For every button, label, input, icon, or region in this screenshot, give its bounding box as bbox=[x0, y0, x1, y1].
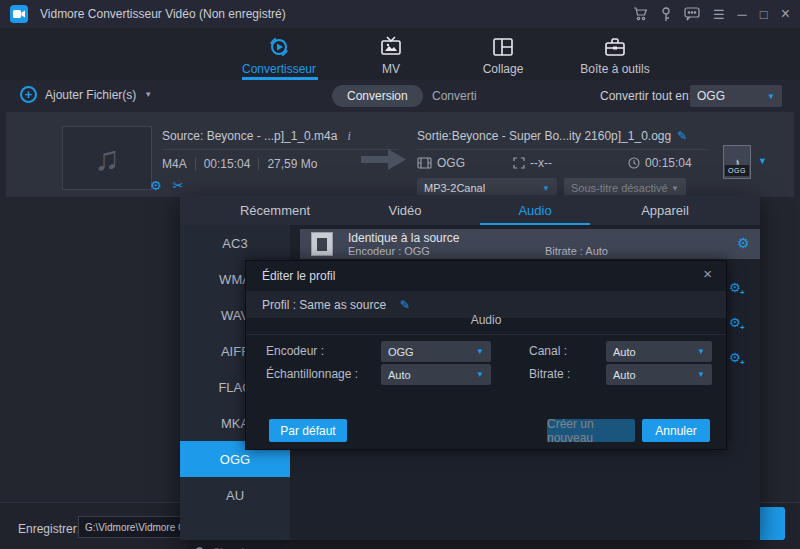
encoder-select[interactable]: OGG ▼ bbox=[381, 341, 491, 362]
tab-label: MV bbox=[382, 62, 400, 76]
profile-gear-plus-icon[interactable]: ⚙+ bbox=[729, 280, 741, 295]
feedback-icon[interactable] bbox=[684, 7, 700, 21]
format-search[interactable] bbox=[187, 541, 283, 549]
menu-icon[interactable]: ☰ bbox=[713, 8, 725, 21]
profile-name-label: Profil : Same as source bbox=[262, 298, 386, 312]
channel-label: Canal : bbox=[529, 344, 567, 358]
tab-conversion[interactable]: Conversion bbox=[332, 85, 423, 107]
app-logo-icon bbox=[10, 5, 28, 23]
output-format-badge-label: OGG bbox=[725, 165, 749, 176]
resolution-icon bbox=[513, 157, 525, 169]
mv-icon bbox=[379, 34, 403, 60]
format-item-ac3[interactable]: AC3 bbox=[180, 225, 290, 261]
profile-settings-gear-icon[interactable]: ⚙ bbox=[737, 235, 750, 251]
cart-icon[interactable] bbox=[633, 7, 648, 21]
pencil-icon[interactable]: ✎ bbox=[400, 298, 410, 312]
source-size: 27,59 Mo bbox=[267, 157, 317, 171]
output-format: OGG bbox=[437, 156, 465, 170]
profile-gear-plus-icon[interactable]: ⚙+ bbox=[729, 315, 741, 330]
channel-select[interactable]: Auto ▼ bbox=[606, 341, 712, 362]
titlebar: Vidmore Convertisseur Vidéo (Non enregis… bbox=[0, 0, 800, 28]
chevron-down-icon: ▼ bbox=[697, 347, 705, 356]
collage-icon bbox=[491, 34, 515, 60]
tab-convertisseur[interactable]: Convertisseur bbox=[240, 28, 318, 80]
toolbar: + Ajouter Fichier(s) ▼ Conversion Conver… bbox=[0, 80, 800, 112]
register-key-icon[interactable] bbox=[661, 7, 671, 22]
convert-all-label: Convertir tout en: bbox=[600, 89, 692, 103]
source-meta: M4A 00:15:04 27,59 Mo bbox=[162, 157, 317, 171]
audio-section-label: Audio bbox=[246, 313, 726, 327]
profile-row-same-as-source[interactable]: Identique à la source Encodeur : OGG Bit… bbox=[300, 229, 760, 259]
tab-label: Convertisseur bbox=[242, 62, 316, 76]
file-row-actions: ⚙ ✂ bbox=[150, 178, 184, 193]
arrow-right-icon bbox=[361, 148, 407, 174]
add-files-label: Ajouter Fichier(s) bbox=[45, 88, 136, 102]
profile-gear-plus-icon[interactable]: ⚙+ bbox=[729, 350, 741, 365]
active-tab-underline bbox=[480, 223, 590, 225]
bitrate-select[interactable]: Auto ▼ bbox=[606, 364, 712, 385]
profile-thumbnail bbox=[311, 232, 333, 256]
audio-thumbnail: ♫ bbox=[62, 126, 152, 190]
chevron-down-icon: ▼ bbox=[697, 370, 705, 379]
converter-icon bbox=[267, 34, 291, 60]
cancel-button[interactable]: Annuler bbox=[642, 419, 710, 442]
close-button[interactable]: × bbox=[781, 6, 790, 22]
tab-mv[interactable]: MV bbox=[352, 28, 430, 80]
convert-all-select[interactable]: OGG ▼ bbox=[690, 85, 782, 107]
tab-recemment[interactable]: Récemment bbox=[210, 195, 340, 225]
divider bbox=[246, 334, 726, 335]
default-button[interactable]: Par défaut bbox=[269, 419, 347, 442]
chevron-down-icon: ▼ bbox=[476, 370, 484, 379]
sample-rate-label: Échantillonnage : bbox=[266, 367, 358, 381]
main-nav: Convertisseur MV Collage Boîte à outil bbox=[0, 28, 800, 80]
chevron-down-icon: ▼ bbox=[144, 90, 152, 99]
maximize-button[interactable]: □ bbox=[760, 8, 768, 21]
edit-profile-dialog: Éditer le profil × Profil : Same as sour… bbox=[245, 260, 727, 450]
clock-icon bbox=[628, 157, 640, 169]
save-to-label: Enregistrer: bbox=[18, 522, 80, 536]
bitrate-label: Bitrate : bbox=[529, 367, 570, 381]
file-row: ♫ Source: Beyonce - ...p]_1_0.m4ai M4A 0… bbox=[6, 112, 794, 197]
profile-bitrate: Bitrate : Auto bbox=[545, 245, 608, 257]
source-filename: Source: Beyonce - ...p]_1_0.m4ai bbox=[162, 129, 351, 144]
sample-rate-select[interactable]: Auto ▼ bbox=[381, 364, 491, 385]
chevron-down-icon: ▼ bbox=[671, 184, 679, 193]
profile-title: Identique à la source bbox=[348, 231, 459, 245]
titlebar-controls: ☰ ─ □ × bbox=[633, 6, 790, 22]
add-files-button[interactable]: + Ajouter Fichier(s) ▼ bbox=[20, 86, 152, 103]
info-icon[interactable]: i bbox=[347, 129, 350, 143]
output-filename: Sortie:Beyonce - Super Bo...ity 2160p]_1… bbox=[417, 129, 687, 143]
convert-all-value: OGG bbox=[697, 89, 725, 103]
edit-gear-icon[interactable]: ⚙ bbox=[150, 178, 162, 193]
profile-encoder: Encodeur : OGG bbox=[348, 245, 430, 257]
plus-icon: + bbox=[20, 86, 37, 103]
tab-appareil[interactable]: Appareil bbox=[600, 195, 730, 225]
create-new-button[interactable]: Créer un nouveau bbox=[547, 419, 635, 442]
toolbox-icon bbox=[603, 34, 627, 60]
source-duration: 00:15:04 bbox=[204, 157, 251, 171]
cut-icon[interactable]: ✂ bbox=[173, 178, 184, 193]
minimize-button[interactable]: ─ bbox=[738, 8, 747, 21]
pencil-icon[interactable]: ✎ bbox=[677, 129, 687, 143]
encoder-label: Encodeur : bbox=[266, 344, 324, 358]
format-item-au[interactable]: AU bbox=[180, 477, 290, 513]
format-panel-tabs: Récemment Vidéo Audio Appareil bbox=[180, 195, 760, 225]
source-format: M4A bbox=[162, 157, 187, 171]
dialog-close-icon[interactable]: × bbox=[703, 265, 712, 282]
tab-label: Collage bbox=[483, 62, 524, 76]
tab-audio[interactable]: Audio bbox=[470, 195, 600, 225]
tab-video[interactable]: Vidéo bbox=[340, 195, 470, 225]
tab-collage[interactable]: Collage bbox=[464, 28, 542, 80]
output-meta: OGG --x-- 00:15:04 bbox=[417, 156, 692, 170]
film-icon bbox=[417, 157, 432, 169]
output-duration: 00:15:04 bbox=[645, 156, 692, 170]
tab-label: Boîte à outils bbox=[580, 62, 649, 76]
window-title: Vidmore Convertisseur Vidéo (Non enregis… bbox=[40, 7, 286, 21]
dialog-title: Éditer le profil bbox=[262, 269, 335, 283]
music-note-icon: ♫ bbox=[94, 139, 120, 178]
output-resolution: --x-- bbox=[530, 156, 552, 170]
chevron-down-icon[interactable]: ▼ bbox=[758, 156, 767, 166]
tab-boite-a-outils[interactable]: Boîte à outils bbox=[576, 28, 654, 80]
chevron-down-icon: ▼ bbox=[767, 92, 775, 101]
tab-converti[interactable]: Converti bbox=[432, 89, 477, 103]
